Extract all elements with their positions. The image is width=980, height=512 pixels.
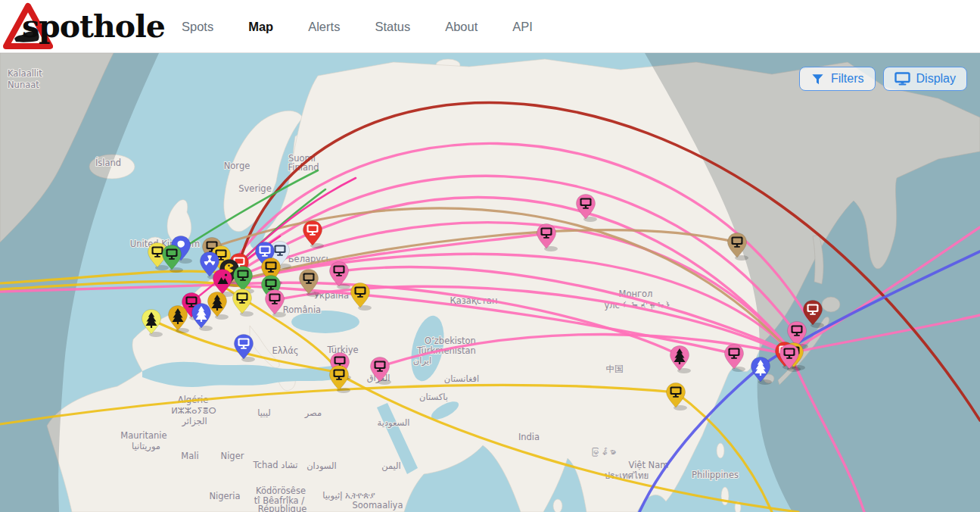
map-label: افغانستان [444,373,480,384]
map-label: السودان [306,460,337,472]
spothole-logo[interactable]: spothole [3,2,177,51]
map-label: اليمن [381,460,401,472]
map-label: ⵍⵣⵣⴰⵢⴻⵔ [171,405,216,416]
map-label: Niger [221,451,244,461]
filter-icon [810,73,825,86]
main-nav: SpotsMapAlertsStatusAboutAPI [182,0,533,53]
map-label: Ködörösêse [256,485,306,496]
map-label: الجزائر [181,416,207,427]
map-label: Soomaaliya [353,500,403,510]
map-label: Nigeria [209,491,240,501]
app-header: spothole SpotsMapAlertsStatusAboutAPI [0,0,980,53]
map-label: Kalaallit [8,68,42,79]
world-map: KalaallitNunaatÍslandNorgeSuomiFinlandSv… [0,53,980,512]
map-label: ليبيا [257,407,270,418]
map-label: Mali [181,451,198,461]
nav-item-spots[interactable]: Spots [182,20,213,34]
map-label: Sverige [238,183,271,194]
nav-item-api[interactable]: API [512,20,533,34]
map-label: România [283,304,321,315]
map-label: Ελλάς [272,345,298,356]
map-label: မြန်မာ [590,447,617,457]
nav-item-about[interactable]: About [445,20,478,34]
map-label: Norge [224,161,250,171]
display-icon [894,72,910,86]
map-label: India [518,432,540,442]
filters-button[interactable]: Filters [799,67,876,91]
map-label: Ísland [95,157,121,168]
display-button[interactable]: Display [883,67,967,91]
nav-item-map[interactable]: Map [248,20,273,34]
map-label: Tchad تشاد [253,460,298,470]
logo-wordmark: spothole [22,8,165,45]
map-toolbar: FiltersDisplay [799,67,967,91]
map-label: Việt Nam [629,460,669,470]
map-label: مصر [304,407,322,419]
nav-item-alerts[interactable]: Alerts [308,20,340,34]
map-label: باكستان [419,392,448,402]
map-label: موريتانيا [132,441,160,452]
map-label: Mauritanie [120,430,166,441]
map-label: République [258,504,307,512]
map-label: Philippines [692,470,739,480]
map-label: Nunaat [8,80,39,90]
map-label: السعودية [378,417,410,429]
map-label: 中国 [606,364,624,374]
nav-item-status[interactable]: Status [375,20,410,34]
map-canvas[interactable]: KalaallitNunaatÍslandNorgeSuomiFinlandSv… [0,53,980,512]
